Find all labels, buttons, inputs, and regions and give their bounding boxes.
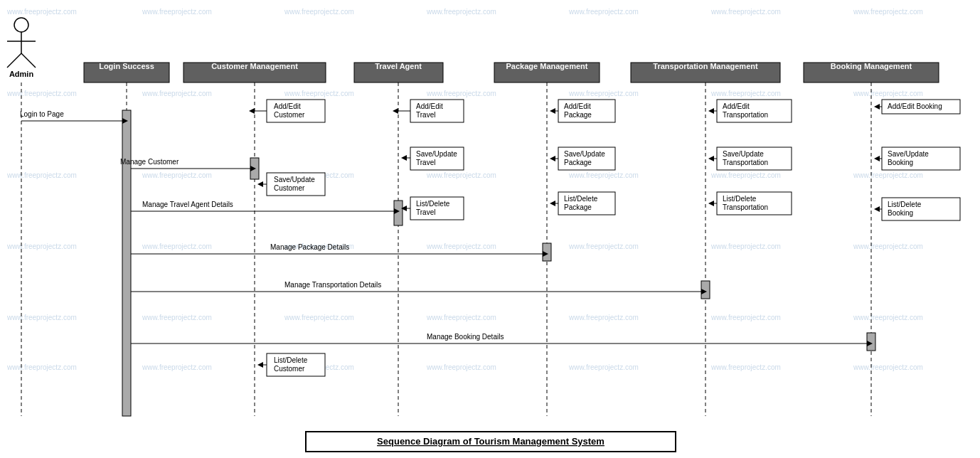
svg-marker-130: [550, 156, 555, 161]
svg-text:Save/Update: Save/Update: [564, 150, 605, 158]
svg-text:Manage Customer: Manage Customer: [120, 158, 179, 166]
svg-text:www.freeprojectz.com: www.freeprojectz.com: [568, 90, 639, 97]
sequence-diagram-svg: www.freeprojectz.com www.freeprojectz.co…: [0, 0, 980, 458]
svg-text:www.freeprojectz.com: www.freeprojectz.com: [568, 8, 639, 16]
svg-text:www.freeprojectz.com: www.freeprojectz.com: [426, 243, 496, 250]
svg-text:www.freeprojectz.com: www.freeprojectz.com: [426, 90, 496, 97]
svg-text:www.freeprojectz.com: www.freeprojectz.com: [426, 363, 496, 371]
svg-text:www.freeprojectz.com: www.freeprojectz.com: [284, 314, 354, 321]
svg-text:www.freeprojectz.com: www.freeprojectz.com: [6, 171, 77, 179]
svg-text:Customer: Customer: [274, 184, 305, 192]
svg-marker-125: [550, 108, 555, 114]
svg-text:Add/Edit: Add/Edit: [416, 102, 443, 110]
svg-text:www.freeprojectz.com: www.freeprojectz.com: [710, 363, 781, 371]
svg-text:www.freeprojectz.com: www.freeprojectz.com: [853, 171, 923, 179]
svg-text:www.freeprojectz.com: www.freeprojectz.com: [426, 8, 496, 16]
svg-text:www.freeprojectz.com: www.freeprojectz.com: [426, 314, 496, 321]
svg-text:Add/Edit: Add/Edit: [723, 102, 750, 110]
svg-text:www.freeprojectz.com: www.freeprojectz.com: [6, 8, 77, 16]
svg-text:Save/Update: Save/Update: [723, 150, 764, 158]
svg-text:Add/Edit Booking: Add/Edit Booking: [888, 102, 942, 110]
svg-text:www.freeprojectz.com: www.freeprojectz.com: [568, 314, 639, 321]
svg-text:www.freeprojectz.com: www.freeprojectz.com: [853, 243, 923, 250]
svg-marker-105: [257, 362, 263, 368]
svg-text:Customer Management: Customer Management: [211, 62, 298, 70]
svg-text:Manage Package Details: Manage Package Details: [270, 243, 349, 251]
svg-marker-159: [874, 156, 880, 161]
svg-text:www.freeprojectz.com: www.freeprojectz.com: [6, 243, 77, 250]
svg-text:www.freeprojectz.com: www.freeprojectz.com: [142, 8, 212, 16]
svg-text:Save/Update: Save/Update: [274, 176, 315, 183]
svg-text:Booking: Booking: [888, 209, 913, 217]
svg-line-46: [21, 53, 36, 68]
svg-text:www.freeprojectz.com: www.freeprojectz.com: [284, 90, 354, 97]
svg-text:Transportation: Transportation: [723, 203, 768, 211]
svg-text:Transportation Management: Transportation Management: [653, 62, 758, 70]
svg-text:Add/Edit: Add/Edit: [274, 102, 301, 110]
svg-marker-100: [257, 181, 263, 187]
svg-text:www.freeprojectz.com: www.freeprojectz.com: [6, 90, 77, 97]
svg-text:www.freeprojectz.com: www.freeprojectz.com: [568, 363, 639, 371]
svg-text:List/Delete: List/Delete: [416, 200, 450, 208]
svg-text:List/Delete: List/Delete: [723, 195, 757, 203]
svg-text:Package Management: Package Management: [506, 62, 588, 70]
svg-text:Travel Agent: Travel Agent: [375, 62, 422, 70]
svg-text:Sequence Diagram of Tourism Ma: Sequence Diagram of Tourism Management S…: [377, 436, 604, 447]
svg-text:Booking: Booking: [888, 159, 913, 166]
svg-text:www.freeprojectz.com: www.freeprojectz.com: [6, 314, 77, 321]
svg-text:www.freeprojectz.com: www.freeprojectz.com: [568, 243, 639, 250]
svg-text:List/Delete: List/Delete: [888, 201, 922, 208]
svg-text:Transportation: Transportation: [723, 159, 768, 166]
svg-marker-115: [401, 155, 407, 161]
svg-text:List/Delete: List/Delete: [564, 195, 598, 203]
svg-text:Package: Package: [564, 111, 592, 119]
svg-rect-67: [122, 110, 131, 416]
svg-text:www.freeprojectz.com: www.freeprojectz.com: [710, 314, 781, 321]
svg-text:www.freeprojectz.com: www.freeprojectz.com: [142, 90, 212, 97]
svg-text:www.freeprojectz.com: www.freeprojectz.com: [853, 363, 923, 371]
svg-text:Customer: Customer: [274, 111, 305, 119]
svg-text:Travel: Travel: [416, 208, 435, 216]
svg-marker-154: [874, 104, 880, 110]
svg-text:Manage Transportation Details: Manage Transportation Details: [284, 281, 381, 289]
svg-marker-164: [874, 206, 880, 212]
svg-text:Booking Management: Booking Management: [831, 62, 912, 70]
svg-text:www.freeprojectz.com: www.freeprojectz.com: [853, 90, 923, 97]
svg-text:Login to Page: Login to Page: [20, 110, 64, 118]
svg-text:www.freeprojectz.com: www.freeprojectz.com: [853, 8, 923, 16]
svg-marker-135: [550, 201, 555, 206]
svg-text:www.freeprojectz.com: www.freeprojectz.com: [142, 314, 212, 321]
svg-text:Login Success: Login Success: [99, 62, 154, 70]
svg-text:www.freeprojectz.com: www.freeprojectz.com: [710, 90, 781, 97]
svg-text:Manage Travel Agent Details: Manage Travel Agent Details: [142, 201, 233, 208]
svg-text:Save/Update: Save/Update: [416, 150, 457, 158]
svg-text:List/Delete: List/Delete: [274, 356, 308, 364]
svg-text:www.freeprojectz.com: www.freeprojectz.com: [6, 363, 77, 371]
svg-text:www.freeprojectz.com: www.freeprojectz.com: [710, 8, 781, 16]
svg-text:Admin: Admin: [9, 70, 34, 78]
svg-text:Package: Package: [564, 203, 592, 211]
svg-text:www.freeprojectz.com: www.freeprojectz.com: [568, 171, 639, 179]
svg-marker-140: [708, 108, 714, 114]
svg-text:www.freeprojectz.com: www.freeprojectz.com: [426, 171, 496, 179]
svg-marker-110: [393, 108, 398, 114]
svg-marker-150: [708, 201, 714, 206]
svg-text:Package: Package: [564, 159, 592, 166]
svg-text:Travel: Travel: [416, 111, 435, 119]
diagram-container: www.freeprojectz.com www.freeprojectz.co…: [0, 0, 980, 458]
svg-text:Travel: Travel: [416, 159, 435, 166]
svg-text:www.freeprojectz.com: www.freeprojectz.com: [142, 171, 212, 179]
svg-text:Customer: Customer: [274, 365, 305, 373]
svg-marker-95: [249, 108, 255, 114]
svg-marker-145: [708, 156, 714, 161]
svg-text:Add/Edit: Add/Edit: [564, 102, 591, 110]
svg-text:www.freeprojectz.com: www.freeprojectz.com: [142, 243, 212, 250]
svg-text:Manage Booking Details: Manage Booking Details: [427, 333, 504, 341]
svg-text:Transportation: Transportation: [723, 111, 768, 119]
svg-text:Save/Update: Save/Update: [888, 150, 929, 158]
svg-text:www.freeprojectz.com: www.freeprojectz.com: [710, 171, 781, 179]
svg-line-45: [7, 53, 21, 68]
svg-text:www.freeprojectz.com: www.freeprojectz.com: [142, 363, 212, 371]
svg-point-42: [14, 18, 28, 32]
svg-text:www.freeprojectz.com: www.freeprojectz.com: [284, 8, 354, 16]
